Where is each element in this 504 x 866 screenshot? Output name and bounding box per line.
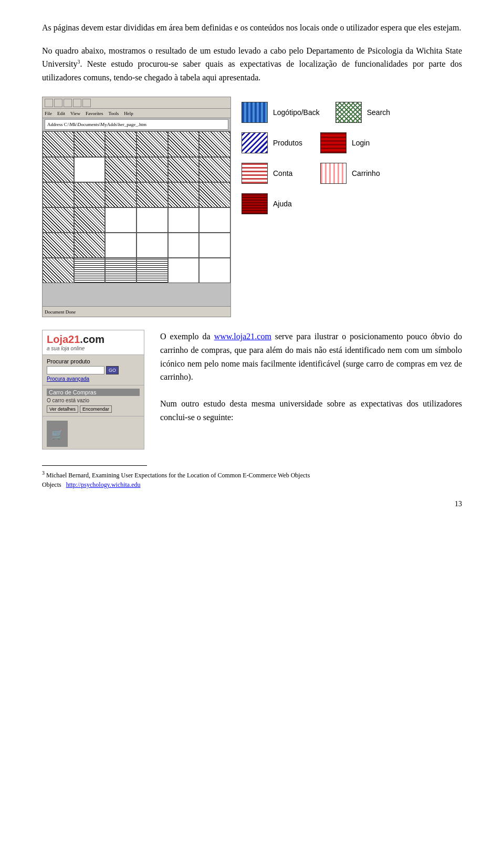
swatch-search — [335, 102, 362, 123]
grid-cell — [105, 233, 136, 258]
menu-favorites: Favorites — [86, 111, 103, 116]
swatch-login — [320, 132, 346, 153]
grid-cell — [43, 258, 74, 283]
grid-cell — [43, 182, 74, 207]
grid-cell — [136, 131, 168, 156]
heatmap-grid — [43, 131, 230, 283]
paragraph-5: Num outro estudo desta mesma universidad… — [160, 397, 462, 424]
grid-cell — [74, 157, 106, 182]
legend-row-2: Produtos Login — [242, 132, 462, 153]
toolbar-stop — [73, 99, 81, 107]
footnote-divider — [42, 465, 147, 466]
loja21-go-button[interactable]: GO — [106, 366, 119, 374]
loja21-link[interactable]: www.loja21.com — [214, 332, 271, 341]
legend-item-conta: Conta — [242, 163, 304, 184]
loja21-cart-empty-text: O carro está vazio — [47, 398, 140, 403]
paragraph-2-cont: . Neste estudo procurou-se saber quais a… — [42, 59, 462, 82]
cart-icon: 🛒 — [49, 426, 65, 442]
grid-cell — [43, 233, 74, 258]
grid-cell — [168, 182, 200, 207]
legend-label-ajuda: Ajuda — [273, 200, 292, 208]
grid-cell — [136, 233, 168, 258]
menu-tools: Tools — [108, 111, 119, 116]
loja21-search-row: GO — [47, 366, 140, 374]
figure-2-text: O exemplo da www.loja21.com serve para i… — [160, 330, 462, 424]
screenshot-box: File Edit View Favorites Tools Help Addr… — [42, 97, 231, 317]
menu-edit: Edit — [57, 111, 65, 116]
loja21-cart-label: Carro de Compras — [47, 389, 140, 396]
legend-label-conta: Conta — [273, 169, 292, 178]
legend-item-carrinho: Carrinho — [320, 163, 383, 184]
paragraph-4-prefix: O exemplo da — [160, 332, 214, 341]
swatch-produtos — [242, 132, 268, 153]
grid-cell — [74, 182, 106, 207]
screenshot-status: Document Done — [43, 306, 230, 317]
grid-cell — [105, 207, 136, 233]
loja21-search-section: Procurar produto GO Procura avançada — [43, 355, 144, 385]
footnote-link[interactable]: http://psychology.wichita.edu — [66, 481, 141, 488]
loja21-logo-text: Loja21.com — [47, 333, 140, 346]
grid-cell — [105, 131, 136, 156]
grid-cell — [43, 207, 74, 233]
paragraph-1: As páginas devem estar divididas em área… — [42, 21, 462, 35]
loja21-details-button[interactable]: Ver detalhes — [47, 405, 78, 413]
legend-label-logotipo: Logótipo/Back — [273, 108, 320, 117]
grid-cell — [168, 207, 200, 233]
legend-row-3: Conta Carrinho — [242, 163, 462, 184]
toolbar-fwd — [54, 99, 62, 107]
loja21-screenshot: Loja21.com a sua loja online Procurar pr… — [42, 330, 144, 450]
figure-1: File Edit View Favorites Tools Help Addr… — [42, 97, 462, 317]
loja21-cart-section: Carro de Compras O carro está vazio Ver … — [43, 385, 144, 416]
grid-cell — [74, 207, 106, 233]
svg-text:🛒: 🛒 — [51, 429, 64, 440]
grid-cell — [74, 258, 106, 283]
loja21-search-input[interactable] — [47, 366, 104, 374]
grid-cell — [105, 258, 136, 283]
screenshot-toolbar — [43, 97, 230, 109]
loja21-order-button[interactable]: Encomendar — [80, 405, 112, 413]
swatch-ajuda — [242, 193, 268, 214]
swatch-conta — [242, 163, 268, 184]
toolbar-home — [82, 99, 91, 107]
grid-cell — [199, 258, 230, 283]
address-label: Address — [47, 122, 63, 127]
paragraph-2: No quadro abaixo, mostramos o resultado … — [42, 44, 462, 85]
legend-row-4: Ajuda — [242, 193, 462, 214]
footnote-objects-label: Objects — [42, 481, 65, 488]
grid-cell — [74, 131, 106, 156]
screenshot-menu: File Edit View Favorites Tools Help — [43, 109, 230, 118]
paragraph-4: O exemplo da www.loja21.com serve para i… — [160, 330, 462, 383]
legend-item-logotipo: Logótipo/Back — [242, 102, 320, 123]
grid-cell — [136, 207, 168, 233]
page-number: 13 — [42, 500, 462, 508]
grid-cell — [105, 182, 136, 207]
legend-row-1: Logótipo/Back Search — [242, 102, 462, 123]
loja21-advanced-search-link[interactable]: Procura avançada — [47, 376, 140, 382]
figure-2: Loja21.com a sua loja online Procurar pr… — [42, 330, 462, 450]
grid-cell — [74, 233, 106, 258]
loja21-cart-image: 🛒 — [47, 421, 68, 447]
grid-cell — [136, 157, 168, 182]
loja21-logo-sub: a sua loja online — [47, 346, 140, 351]
grid-cell — [199, 233, 230, 258]
grid-cell — [168, 157, 200, 182]
logo-text-colored: Loja21 — [47, 333, 80, 345]
swatch-carrinho — [320, 163, 346, 184]
logo-text-dot: .com — [80, 333, 104, 345]
grid-cell — [136, 182, 168, 207]
legend-item-produtos: Produtos — [242, 132, 304, 153]
menu-view: View — [70, 111, 80, 116]
legend-label-login: Login — [352, 139, 370, 147]
grid-cell — [168, 233, 200, 258]
swatch-logotipo — [242, 102, 268, 123]
grid-cell — [199, 157, 230, 182]
grid-cell — [199, 182, 230, 207]
grid-cell — [43, 157, 74, 182]
grid-cell — [43, 131, 74, 156]
grid-cell — [105, 157, 136, 182]
loja21-bottom-area: 🛒 — [43, 416, 144, 449]
loja21-search-label: Procurar produto — [47, 358, 140, 364]
grid-cell — [168, 258, 200, 283]
legend-item-search: Search — [335, 102, 398, 123]
footnote-number: 3 — [42, 470, 45, 476]
